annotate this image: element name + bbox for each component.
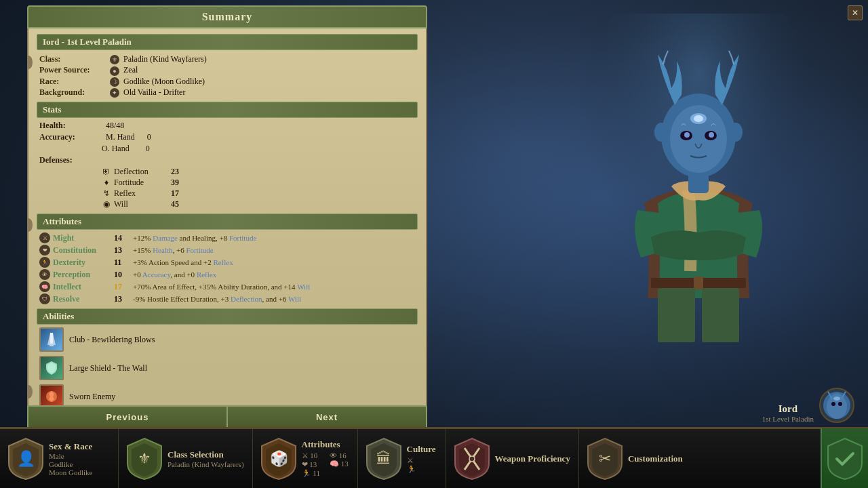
abilities-header: Abilities [37,308,418,325]
weapon-shield-svg [454,438,490,480]
might-desc: +12% Damage and Healing, +8 Fortitude [133,234,415,242]
bottom-class[interactable]: ⚜ Class Selection Paladin (Kind Wayfarer… [119,429,253,488]
svg-point-21 [831,402,835,406]
class-line1: Paladin (Kind Wayfarers) [167,460,244,468]
title-text: Summary [202,11,253,22]
svg-text:🎲: 🎲 [269,449,288,468]
perception-name: Perception [53,270,114,280]
power-source-value: ● Zeal [110,65,415,75]
bottom-customization[interactable]: ✂ Customization [579,429,691,488]
char-info-bottom: Iord 1st Level Paladin [762,403,814,423]
ability-club-name: Club - Bewildering Blows [69,335,155,345]
attr-intellect: 🧠 Intellect 17 +70% Area of Effect, +35%… [37,281,418,292]
weapon-text: Weapon Proficiency [495,453,570,464]
perception-desc: +0 Accuracy, and +0 Reflex [133,270,415,279]
weapon-title: Weapon Proficiency [495,453,570,464]
portrait-thumbnail[interactable] [819,388,854,423]
custom-title: Customization [628,453,683,464]
ability-shield-name: Large Shield - The Wall [69,363,147,373]
reflex-name: Reflex [114,188,168,199]
constitution-desc: +15% Health, +6 Fortitude [133,246,415,254]
ability-shield: Large Shield - The Wall [37,356,418,380]
reflex-val: 17 [171,188,179,199]
attrs-stats: ⚔ 10 ❤ 13 🏃 11 👁 16 🧠 13 [302,451,349,478]
svg-point-8 [684,132,690,138]
custom-shield: ✂ [587,438,623,480]
dexterity-desc: +3% Action Speed and +2 Reflex [133,258,415,266]
resolve-val: 13 [114,294,133,304]
bottom-culture[interactable]: 🏛 Culture ⚔ 🏃 [358,429,446,488]
svg-rect-14 [658,288,695,342]
defenses-label: Defenses: [39,155,100,165]
might-name: Might [53,233,114,243]
bottom-weapon-prof[interactable]: Weapon Proficiency [446,429,579,488]
will-icon: ◉ [102,199,111,209]
close-button[interactable]: ✕ [848,5,863,20]
attributes-shield: 🎲 [261,438,296,480]
intellect-desc: +70% Area of Effect, +35% Ability Durati… [133,283,415,291]
attributes-title: Attributes [302,439,349,450]
svg-point-9 [709,132,714,138]
culture-text: Culture ⚔ 🏃 [407,444,436,474]
attrs-col1: ⚔ 10 ❤ 13 🏃 11 [302,451,320,478]
fortitude-icon: ♦ [102,178,111,188]
portrait-svg [821,389,853,422]
will-val: 45 [171,199,179,209]
next-button[interactable]: Next [227,405,427,429]
class-shield: ⚜ [127,438,162,480]
character-svg [583,14,814,393]
class-title: Class Selection [167,449,244,460]
health-value: 48/48 [106,121,124,131]
fortitude-val: 39 [171,178,179,188]
attr-constitution: ❤ Constitution 13 +15% Health, +6 Fortit… [37,245,418,256]
attr-s1: ⚔ 10 [302,451,320,460]
previous-button[interactable]: Previous [27,405,227,429]
svg-point-22 [838,402,842,406]
sex-race-line1: Male [49,452,92,460]
attr-s4: 👁 16 [330,451,349,460]
attr-dexterity: 🏃 Dexterity 11 +3% Action Speed and +2 R… [37,257,418,268]
check-shield [827,438,863,480]
culture-stats: ⚔ 🏃 [407,456,436,474]
might-val: 14 [114,233,133,243]
panel-title: Summary [27,5,427,28]
club-svg [43,331,60,348]
constitution-name: Constitution [53,245,114,256]
main-panel: Summary Iord - 1st Level Paladin Class: … [27,5,427,412]
race-label: Race: [39,77,107,87]
bottom-sex-race[interactable]: 👤 Sex & Race Male Godlike Moon Godlike [0,429,119,488]
ability-club-icon [39,327,64,352]
attr-s3: 🏃 11 [302,469,320,478]
might-icon: ⚔ [39,232,50,243]
will-name: Will [114,199,168,209]
ability-sworn-name: Sworn Enemy [69,392,115,402]
attr-resolve: 🛡 Resolve 13 -9% Hostile Effect Duration… [37,293,418,304]
panel-body: Iord - 1st Level Paladin Class: ⚜ Paladi… [27,28,427,427]
race-icon: ☽ [110,77,119,87]
character-portrait-area [393,0,868,407]
bottom-attributes[interactable]: 🎲 Attributes ⚔ 10 ❤ 13 🏃 11 👁 16 🧠 13 [253,429,358,488]
attr-perception: 👁 Perception 10 +0 Accuracy, and +0 Refl… [37,269,418,280]
attrs-col2: 👁 16 🧠 13 [330,451,349,478]
intellect-val: 17 [114,282,133,292]
perception-val: 10 [114,270,133,280]
char-level-bottom: 1st Level Paladin [762,415,814,423]
stats-grid: Health: 48/48 Accuracy: M. Hand 0 O. Han… [37,121,418,209]
reflex-row: ↯ Reflex 17 [102,188,415,199]
svg-text:✂: ✂ [599,450,611,467]
will-row: ◉ Will 45 [102,199,415,209]
char-header-text: Iord - 1st Level Paladin [43,37,132,47]
accuracy-mhand: M. Hand 0 [106,132,151,142]
ability-club: Club - Bewildering Blows [37,327,418,352]
resolve-icon: 🛡 [39,293,50,304]
culture-shield-svg: 🏛 [366,438,401,480]
bottom-bar: 👤 Sex & Race Male Godlike Moon Godlike ⚜… [0,427,868,488]
checkmark-section[interactable] [821,428,868,489]
accuracy-ohand-row: O. Hand 0 [39,144,415,154]
svg-point-23 [833,396,840,401]
deflection-icon: ⛨ [102,167,111,177]
stats-header: Stats [37,102,418,118]
svg-text:🏛: 🏛 [376,450,391,467]
fortitude-name: Fortitude [114,178,168,188]
class-icon: ⚜ [110,55,119,64]
